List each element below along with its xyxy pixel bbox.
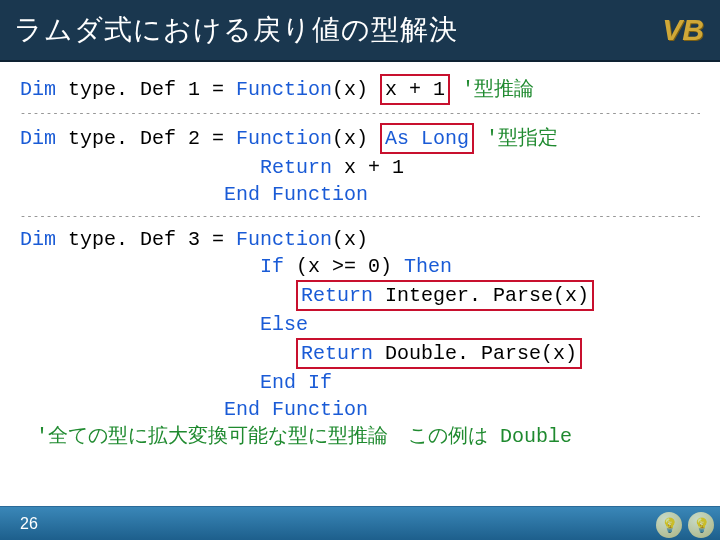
separator: ----------------------------------------… bbox=[20, 109, 700, 119]
kw-end-function: End Function bbox=[224, 183, 368, 206]
code-block-3-endif: End If bbox=[20, 369, 700, 396]
if-cond: (x >= 0) bbox=[284, 255, 404, 278]
page-number: 26 bbox=[20, 515, 38, 533]
decl-3: type. Def 3 = bbox=[56, 228, 236, 251]
code-block-3-if: If (x >= 0) Then bbox=[20, 253, 700, 280]
ret-2: x + 1 bbox=[332, 156, 404, 179]
ret-int: Integer. Parse(x) bbox=[373, 284, 589, 307]
kw-function: Function bbox=[236, 78, 332, 101]
kw-return: Return bbox=[260, 156, 332, 179]
code-block-1: Dim type. Def 1 = Function(x) x + 1 '型推論 bbox=[20, 74, 700, 105]
kw-end-function: End Function bbox=[224, 398, 368, 421]
kw-dim: Dim bbox=[20, 228, 56, 251]
code-block-3-line1: Dim type. Def 3 = Function(x) bbox=[20, 226, 700, 253]
vb-badge: VB bbox=[662, 13, 704, 47]
decorative-bulbs: 💡 💡 bbox=[656, 512, 714, 538]
highlight-ret-int: Return Integer. Parse(x) bbox=[296, 280, 594, 311]
code-block-2-line2: Return x + 1 bbox=[20, 154, 700, 181]
decl-1: type. Def 1 = bbox=[56, 78, 236, 101]
slide-content: Dim type. Def 1 = Function(x) x + 1 '型推論… bbox=[0, 62, 720, 450]
kw-dim: Dim bbox=[20, 127, 56, 150]
args-1: (x) bbox=[332, 78, 380, 101]
highlight-as-long: As Long bbox=[380, 123, 474, 154]
lightbulb-icon: 💡 bbox=[688, 512, 714, 538]
comment-footer: '全ての型に拡大変換可能な型に型推論 この例は Double bbox=[20, 423, 700, 450]
slide-footer: 26 bbox=[0, 506, 720, 540]
code-block-3-endfunc: End Function bbox=[20, 396, 700, 423]
args-3: (x) bbox=[332, 228, 368, 251]
kw-then: Then bbox=[404, 255, 452, 278]
kw-return: Return bbox=[301, 342, 373, 365]
decl-2: type. Def 2 = bbox=[56, 127, 236, 150]
kw-else: Else bbox=[260, 313, 308, 336]
code-block-3-else: Else bbox=[20, 311, 700, 338]
code-block-2-line1: Dim type. Def 2 = Function(x) As Long '型… bbox=[20, 123, 700, 154]
args-2: (x) bbox=[332, 127, 380, 150]
highlight-expr-1: x + 1 bbox=[380, 74, 450, 105]
kw-end-if: End If bbox=[260, 371, 332, 394]
kw-function: Function bbox=[236, 228, 332, 251]
kw-return: Return bbox=[301, 284, 373, 307]
code-block-2-line3: End Function bbox=[20, 181, 700, 208]
kw-if: If bbox=[260, 255, 284, 278]
slide-header: ラムダ式における戻り値の型解決 VB bbox=[0, 0, 720, 62]
comment-2: '型指定 bbox=[474, 127, 558, 150]
slide-title: ラムダ式における戻り値の型解決 bbox=[14, 11, 458, 49]
code-block-3-ret-dbl: Return Double. Parse(x) bbox=[20, 338, 700, 369]
comment-1: '型推論 bbox=[450, 78, 534, 101]
ret-dbl: Double. Parse(x) bbox=[373, 342, 577, 365]
separator: ----------------------------------------… bbox=[20, 212, 700, 222]
code-block-3-ret-int: Return Integer. Parse(x) bbox=[20, 280, 700, 311]
highlight-ret-dbl: Return Double. Parse(x) bbox=[296, 338, 582, 369]
lightbulb-icon: 💡 bbox=[656, 512, 682, 538]
kw-function: Function bbox=[236, 127, 332, 150]
kw-dim: Dim bbox=[20, 78, 56, 101]
